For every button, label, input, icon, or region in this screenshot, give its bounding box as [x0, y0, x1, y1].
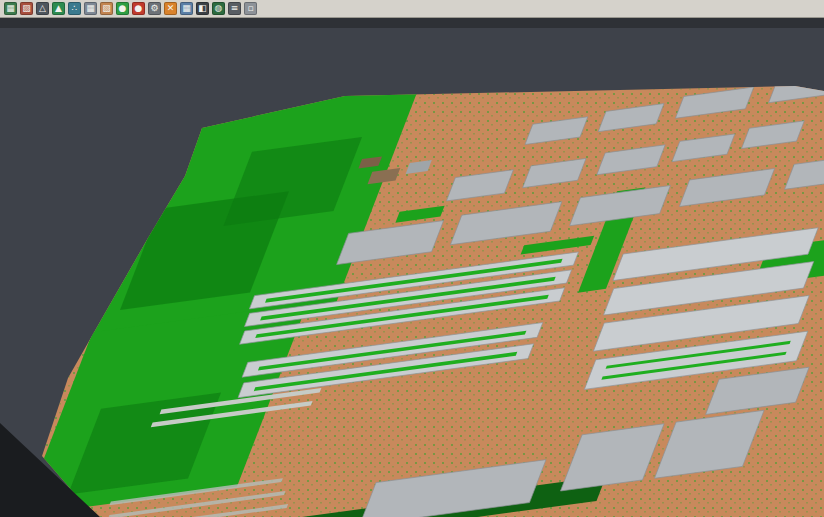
application-window: ▦▨△▲∴▦▧●●⚙✕▦◧◍≡▫	[0, 0, 824, 517]
3d-viewport[interactable]	[0, 28, 824, 517]
pointcloud-scene-image	[0, 28, 824, 517]
pointcloud-icon[interactable]: ∴	[68, 2, 81, 15]
list-icon[interactable]: ≡	[228, 2, 241, 15]
contrast-icon[interactable]: ◧	[196, 2, 209, 15]
terrain-layer	[0, 28, 824, 517]
globe-icon[interactable]: ◍	[212, 2, 225, 15]
terrain-icon[interactable]: ▲	[52, 2, 65, 15]
orthophoto-icon[interactable]: ▧	[100, 2, 113, 15]
raster-icon[interactable]: ▨	[20, 2, 33, 15]
run-icon[interactable]: ●	[116, 2, 129, 15]
toolbar-separator	[0, 18, 824, 28]
minimize-icon[interactable]: ▫	[244, 2, 257, 15]
delete-icon[interactable]: ✕	[164, 2, 177, 15]
settings-gear-icon[interactable]: ⚙	[148, 2, 161, 15]
toolbar: ▦▨△▲∴▦▧●●⚙✕▦◧◍≡▫	[0, 0, 824, 18]
stop-icon[interactable]: ●	[132, 2, 145, 15]
dem-layers-icon[interactable]: ▦	[4, 2, 17, 15]
tiles-icon[interactable]: ▦	[180, 2, 193, 15]
wireframe-icon[interactable]: △	[36, 2, 49, 15]
grid-icon[interactable]: ▦	[84, 2, 97, 15]
